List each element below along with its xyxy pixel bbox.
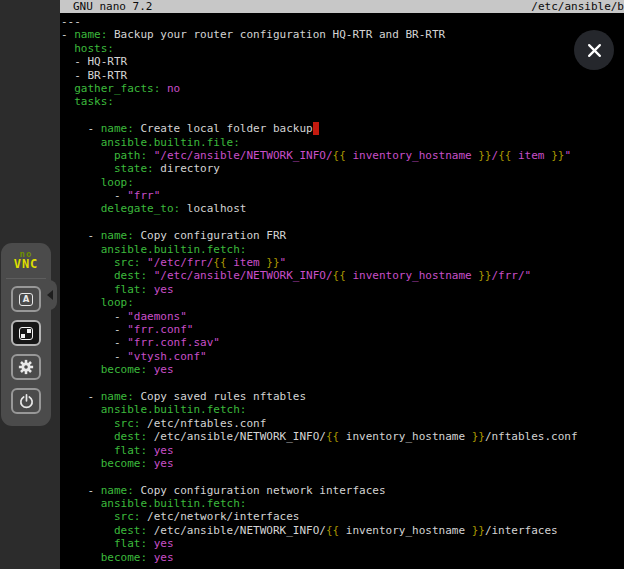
code-line: path: "/etc/ansible/NETWORK_INFO/{{ inve… [61, 149, 624, 162]
code-line: - "frr" [61, 189, 624, 202]
code-line: - "frr.conf" [61, 323, 624, 336]
code-line: loop: [61, 176, 624, 189]
code-line: - name: Create local folder backup [61, 122, 624, 135]
code-line: tasks: [61, 95, 624, 108]
code-line: delegate_to: localhost [61, 202, 624, 215]
code-line [61, 216, 624, 229]
code-line: - "frr.conf.sav" [61, 336, 624, 349]
fullscreen-button[interactable] [11, 320, 41, 346]
code-line: flat: yes [61, 537, 624, 550]
power-button[interactable] [11, 388, 41, 414]
code-line: become: yes [61, 551, 624, 564]
code-line: ansible.builtin.file: [61, 136, 624, 149]
code-line: dest: "/etc/ansible/NETWORK_INFO/{{ inve… [61, 269, 624, 282]
code-line: ansible.builtin.fetch: [61, 243, 624, 256]
code-line: flat: yes [61, 283, 624, 296]
close-button[interactable] [574, 30, 614, 70]
code-line: dest: /etc/ansible/NETWORK_INFO/{{ inven… [61, 430, 624, 443]
terminal-window: GNU nano 7.2 /etc/ansible/b ---- name: B… [60, 0, 624, 569]
close-icon [587, 43, 602, 58]
code-line [61, 377, 624, 390]
code-line: dest: /etc/ansible/NETWORK_INFO/{{ inven… [61, 524, 624, 537]
settings-button[interactable] [11, 354, 41, 380]
keyboard-button[interactable]: A [11, 286, 41, 312]
code-line: - name: Copy configuration network inter… [61, 484, 624, 497]
code-line: state: directory [61, 162, 624, 175]
code-line: - BR-RTR [61, 69, 624, 82]
code-line: src: /etc/network/interfaces [61, 510, 624, 523]
nano-file-path: /etc/ansible/b [531, 0, 624, 13]
code-line [61, 109, 624, 122]
collapse-arrow-icon [47, 290, 53, 300]
code-line: ansible.builtin.fetch: [61, 403, 624, 416]
novnc-logo-vnc: VNC [0, 259, 52, 269]
control-bar-handle[interactable] [42, 280, 57, 310]
code-line: - HQ-RTR [61, 55, 624, 68]
power-icon [18, 393, 35, 410]
novnc-logo: no VNC [0, 249, 52, 269]
panel-divider [6, 278, 46, 279]
gear-icon [17, 358, 35, 376]
editor-lines[interactable]: ---- name: Backup your router configurat… [60, 13, 624, 564]
code-line: src: /etc/nftables.conf [61, 417, 624, 430]
code-line: - "vtysh.conf" [61, 350, 624, 363]
code-line: loop: [61, 296, 624, 309]
code-line: hosts: [61, 42, 624, 55]
code-line: - name: Copy configuration FRR [61, 229, 624, 242]
code-line: --- [61, 15, 624, 28]
nano-titlebar: GNU nano 7.2 /etc/ansible/b [60, 0, 624, 13]
code-line: - name: Backup your router configuration… [61, 28, 624, 41]
code-line: become: yes [61, 457, 624, 470]
code-line: - "daemons" [61, 310, 624, 323]
code-line: src: "/etc/frr/{{ item }}" [61, 256, 624, 269]
code-line: gather_facts: no [61, 82, 624, 95]
code-line: become: yes [61, 363, 624, 376]
code-line: ansible.builtin.fetch: [61, 497, 624, 510]
fullscreen-icon [19, 327, 33, 340]
code-line [61, 470, 624, 483]
code-line: - name: Copy saved rules nftables [61, 390, 624, 403]
keyboard-a-icon: A [19, 293, 33, 306]
vnc-control-strip: no VNC A [0, 0, 60, 569]
code-line: flat: yes [61, 444, 624, 457]
nano-app-title: GNU nano 7.2 [60, 0, 152, 13]
